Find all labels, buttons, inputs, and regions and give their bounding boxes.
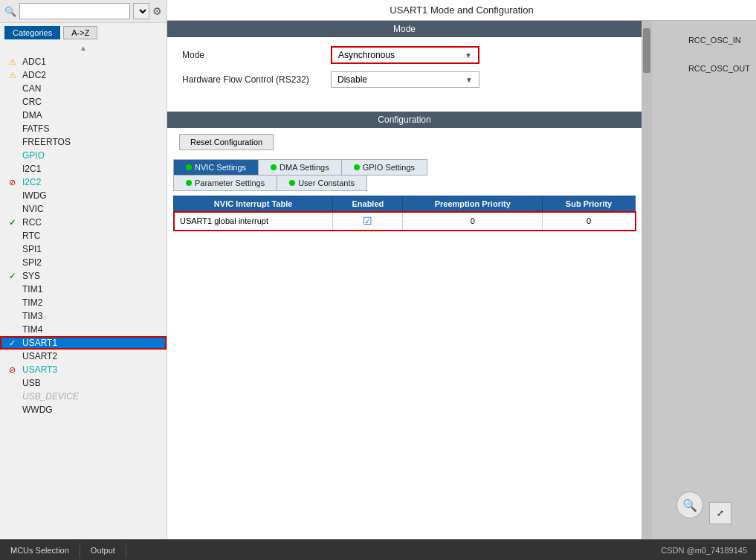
mode-section-header: Mode [167, 21, 642, 37]
tab-gpio-settings[interactable]: GPIO Settings [342, 159, 427, 176]
sidebar-item-spi2[interactable]: SPI2 [0, 256, 167, 269]
sidebar-item-usart1[interactable]: ✓ USART1 [0, 336, 167, 350]
warning-icon-adc2: ⚠ [9, 71, 19, 80]
sidebar-item-fatfs[interactable]: FATFS [0, 122, 167, 135]
interrupt-table: NVIC Interrupt Table Enabled Preemption … [173, 196, 636, 231]
mode-body: Mode Asynchronous ▼ Hardware Flow Contro… [167, 37, 642, 104]
sidebar-item-i2c1[interactable]: I2C1 [0, 162, 167, 176]
tab-user-constants[interactable]: User Constants [277, 175, 367, 191]
sidebar-search-bar: 🔍 ⚙ [0, 0, 167, 23]
sidebar-item-tim2[interactable]: TIM2 [0, 296, 167, 309]
config-panel: Mode Mode Asynchronous ▼ Hardware Flow C… [167, 21, 642, 539]
chevron-down-icon: ▼ [465, 51, 472, 59]
scrollbar-thumb[interactable] [643, 28, 650, 73]
zoom-button[interactable]: 🔍 [676, 492, 703, 518]
sidebar-item-usb-device[interactable]: USB_DEVICE [0, 390, 167, 403]
preemption-cell: 0 [403, 212, 543, 231]
rcc-osc-in-label: RCC_OSC_IN [688, 36, 750, 45]
tab-row-lower: Parameter Settings User Constants [173, 175, 636, 191]
tab-dma-settings[interactable]: DMA Settings [259, 159, 342, 176]
interrupt-name-cell: USART1 global interrupt [174, 212, 333, 231]
col-enabled: Enabled [333, 196, 403, 212]
sidebar-item-iwdg[interactable]: IWDG [0, 189, 167, 202]
right-panel: USART1 Mode and Configuration Mode Mode … [167, 0, 756, 539]
mode-label: Mode [182, 50, 331, 60]
dot-nvic [186, 164, 192, 170]
mode-select[interactable]: Asynchronous ▼ [331, 46, 479, 64]
col-nvic-interrupt: NVIC Interrupt Table [174, 196, 333, 212]
sidebar-item-i2c2[interactable]: ⊘ I2C2 [0, 176, 167, 189]
error-icon-usart3: ⊘ [9, 365, 19, 375]
sidebar-item-nvic[interactable]: NVIC [0, 202, 167, 216]
dot-dma [271, 164, 277, 170]
check-icon-sys: ✓ [9, 271, 19, 281]
sub-priority-cell: 0 [543, 212, 636, 231]
bottom-bar: MCUs Selection Output CSDN @m0_74189145 [0, 539, 756, 560]
dot-user [289, 180, 295, 186]
search-input[interactable] [19, 3, 130, 19]
hw-flow-row: Hardware Flow Control (RS232) Disable ▼ [182, 71, 627, 88]
panel-title: USART1 Mode and Configuration [167, 0, 756, 21]
expand-button[interactable]: ⤢ [709, 502, 731, 524]
table-header-row: NVIC Interrupt Table Enabled Preemption … [174, 196, 636, 212]
tab-az[interactable]: A->Z [63, 26, 97, 39]
error-icon-i2c2: ⊘ [9, 178, 19, 187]
config-section-header: Configuration [167, 112, 642, 128]
tab-nvic-settings[interactable]: NVIC Settings [173, 159, 259, 176]
diagram-labels: RCC_OSC_IN RCC_OSC_OUT [688, 36, 750, 77]
hw-flow-select[interactable]: Disable ▼ [331, 71, 479, 88]
dot-param [186, 180, 192, 186]
sidebar-item-usb[interactable]: USB [0, 376, 167, 390]
enabled-cell[interactable]: ☑ [333, 212, 403, 231]
sidebar-item-tim3[interactable]: TIM3 [0, 309, 167, 323]
chevron-down-icon-hw: ▼ [465, 76, 473, 84]
sidebar-item-spi1[interactable]: SPI1 [0, 242, 167, 256]
sidebar-item-freertos[interactable]: FREERTOS [0, 135, 167, 149]
sidebar-item-wwdg[interactable]: WWDG [0, 403, 167, 416]
rcc-osc-out-label: RCC_OSC_OUT [688, 64, 750, 73]
sidebar-tab-bar: Categories A->Z [0, 23, 167, 42]
sidebar-item-crc[interactable]: CRC [0, 95, 167, 109]
tab-output[interactable]: Output [80, 543, 126, 558]
sidebar-item-sys[interactable]: ✓ SYS [0, 269, 167, 283]
sidebar-item-dma[interactable]: DMA [0, 109, 167, 122]
search-dropdown[interactable] [133, 3, 149, 19]
sidebar-list: ⚠ ADC1 ⚠ ADC2 CAN CRC DMA [0, 54, 167, 539]
hw-flow-label: Hardware Flow Control (RS232) [182, 74, 331, 85]
sidebar-item-usart2[interactable]: USART2 [0, 350, 167, 363]
tab-parameter-settings[interactable]: Parameter Settings [173, 175, 277, 191]
sidebar-item-gpio[interactable]: GPIO [0, 149, 167, 162]
reset-config-button[interactable]: Reset Configuration [179, 134, 274, 150]
config-section: Configuration Reset Configuration NVIC S… [167, 112, 642, 231]
diagram-panel: RCC_OSC_IN RCC_OSC_OUT 🔍 ⤢ [652, 21, 756, 539]
tab-mcu-selection[interactable]: MCUs Selection [0, 543, 80, 558]
sidebar-item-can[interactable]: CAN [0, 82, 167, 95]
dot-gpio [354, 164, 360, 170]
col-sub-priority: Sub Priority [543, 196, 636, 212]
sidebar-item-tim4[interactable]: TIM4 [0, 323, 167, 336]
sidebar-item-rtc[interactable]: RTC [0, 229, 167, 242]
gear-icon[interactable]: ⚙ [152, 5, 162, 17]
check-icon-rcc: ✓ [9, 218, 19, 228]
checkbox-enabled[interactable]: ☑ [363, 215, 372, 227]
col-preemption: Preemption Priority [403, 196, 543, 212]
sidebar-item-adc2[interactable]: ⚠ ADC2 [0, 68, 167, 82]
nvic-tabs: NVIC Settings DMA Settings GPIO Settings [173, 159, 636, 191]
sidebar-arrow: ▲ [0, 42, 167, 54]
sidebar: 🔍 ⚙ Categories A->Z ▲ ⚠ ADC1 ⚠ ADC2 CA [0, 0, 167, 539]
sidebar-item-adc1[interactable]: ⚠ ADC1 [0, 55, 167, 68]
tab-categories[interactable]: Categories [4, 26, 60, 39]
warning-icon-adc1: ⚠ [9, 57, 19, 67]
sidebar-item-usart3[interactable]: ⊘ USART3 [0, 363, 167, 376]
check-icon-usart1: ✓ [9, 338, 19, 348]
vertical-scrollbar[interactable] [642, 21, 652, 539]
content-area: Mode Mode Asynchronous ▼ Hardware Flow C… [167, 21, 756, 539]
sidebar-item-tim1[interactable]: TIM1 [0, 283, 167, 296]
sidebar-item-rcc[interactable]: ✓ RCC [0, 216, 167, 229]
table-row: USART1 global interrupt ☑ 0 0 [174, 212, 636, 231]
status-text: CSDN @m0_74189145 [661, 546, 756, 555]
search-icon: 🔍 [4, 6, 16, 17]
mode-row: Mode Asynchronous ▼ [182, 46, 627, 64]
tab-row-upper: NVIC Settings DMA Settings GPIO Settings [173, 159, 636, 176]
